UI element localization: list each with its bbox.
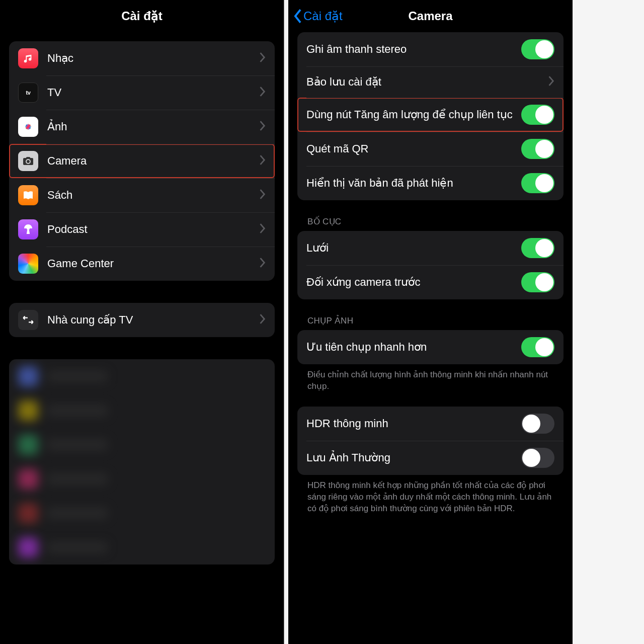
blurred-row (9, 530, 275, 565)
header-left: Cài đặt (0, 0, 284, 32)
toggle-keep-normal[interactable] (521, 448, 554, 468)
podcast-icon (18, 219, 38, 239)
toggle-livetext[interactable] (521, 173, 554, 193)
row-preserve-settings[interactable]: Bảo lưu cài đặt (297, 66, 564, 98)
section-composition: BỐ CỤC (297, 200, 564, 231)
row-label: Quét mã QR (306, 142, 516, 156)
chevron-right-icon (548, 76, 554, 88)
row-books[interactable]: Sách (9, 178, 275, 212)
row-label: HDR thông minh (306, 417, 516, 431)
camera-group-composition: Lưới Đối xứng camera trước (297, 231, 564, 299)
settings-group-tvprovider: Nhà cung cấp TV (9, 303, 275, 337)
chevron-right-icon (260, 87, 266, 99)
settings-pane: Cài đặt Nhạc tv TV (0, 0, 284, 644)
photos-icon (18, 117, 38, 137)
chevron-right-icon (260, 155, 266, 167)
music-icon (18, 48, 38, 68)
row-label: Nhạc (47, 51, 256, 65)
row-label: Lưới (306, 241, 516, 255)
blurred-row (9, 496, 275, 530)
row-stereo[interactable]: Ghi âm thanh stereo (297, 32, 564, 66)
camera-icon (18, 151, 38, 171)
row-camera[interactable]: Camera (9, 144, 275, 178)
row-mirror-front[interactable]: Đối xứng camera trước (297, 265, 564, 299)
row-music[interactable]: Nhạc (9, 41, 275, 75)
row-qr[interactable]: Quét mã QR (297, 132, 564, 166)
toggle-smart-hdr[interactable] (521, 414, 554, 434)
header-right: Cài đặt Camera (288, 0, 573, 32)
chevron-right-icon (260, 258, 266, 270)
row-livetext[interactable]: Hiển thị văn bản đã phát hiện (297, 166, 564, 200)
row-tv[interactable]: tv TV (9, 75, 275, 110)
row-tvprovider[interactable]: Nhà cung cấp TV (9, 303, 275, 337)
section-capture: CHỤP ẢNH (297, 299, 564, 330)
row-label: Ghi âm thanh stereo (306, 42, 516, 56)
row-label: Hiển thị văn bản đã phát hiện (306, 176, 516, 190)
back-label: Cài đặt (303, 9, 343, 23)
row-volume-burst[interactable]: Dùng nút Tăng âm lượng để chụp liên tục (297, 98, 564, 132)
page-title: Cài đặt (121, 9, 163, 23)
row-faster-shooting[interactable]: Ưu tiên chụp nhanh hơn (297, 330, 564, 364)
row-label: Dùng nút Tăng âm lượng để chụp liên tục (306, 108, 516, 122)
row-label: Ảnh (47, 120, 256, 134)
camera-settings-pane: Cài đặt Camera Ghi âm thanh stereo Bảo l… (288, 0, 573, 644)
blurred-row (9, 359, 275, 393)
row-label: TV (47, 86, 256, 100)
row-label: Nhà cung cấp TV (47, 313, 256, 327)
tvprovider-icon (18, 310, 38, 330)
blurred-row (9, 393, 275, 428)
row-smart-hdr[interactable]: HDR thông minh (297, 407, 564, 441)
footnote-hdr: HDR thông minh kết hợp những phần tốt nh… (297, 475, 564, 515)
toggle-faster-shooting[interactable] (521, 337, 554, 357)
row-label: Lưu Ảnh Thường (306, 451, 516, 465)
settings-group-apps: Nhạc tv TV (9, 41, 275, 281)
settings-group-blurred (9, 359, 275, 565)
row-label: Sách (47, 188, 256, 202)
blurred-row (9, 428, 275, 462)
toggle-grid[interactable] (521, 238, 554, 258)
row-label: Game Center (47, 257, 256, 271)
chevron-right-icon (260, 314, 266, 326)
camera-group-capture: Ưu tiên chụp nhanh hơn (297, 330, 564, 364)
row-label: Ưu tiên chụp nhanh hơn (306, 340, 516, 354)
books-icon (18, 185, 38, 205)
toggle-mirror-front[interactable] (521, 272, 554, 292)
row-label: Đối xứng camera trước (306, 275, 516, 289)
chevron-right-icon (260, 121, 266, 133)
row-grid[interactable]: Lưới (297, 231, 564, 265)
toggle-qr[interactable] (521, 139, 554, 159)
row-keep-normal[interactable]: Lưu Ảnh Thường (297, 441, 564, 475)
camera-group-1: Ghi âm thanh stereo Bảo lưu cài đặt Dùng… (297, 32, 564, 200)
toggle-volume-burst[interactable] (521, 105, 554, 125)
blurred-row (9, 462, 275, 496)
tv-icon: tv (18, 83, 38, 103)
row-label: Camera (47, 154, 256, 168)
row-label: Podcast (47, 222, 256, 236)
row-podcast[interactable]: Podcast (9, 212, 275, 247)
page-title: Camera (408, 9, 452, 23)
toggle-stereo[interactable] (521, 39, 554, 59)
chevron-right-icon (260, 223, 266, 235)
footnote-faster: Điều chỉnh chất lượng hình ảnh thông min… (297, 364, 564, 392)
row-label: Bảo lưu cài đặt (306, 75, 544, 89)
gamecenter-icon (18, 254, 38, 274)
chevron-right-icon (260, 189, 266, 201)
camera-group-hdr: HDR thông minh Lưu Ảnh Thường (297, 407, 564, 475)
back-button[interactable]: Cài đặt (293, 0, 343, 32)
chevron-right-icon (260, 52, 266, 64)
row-photos[interactable]: Ảnh (9, 110, 275, 144)
row-gamecenter[interactable]: Game Center (9, 247, 275, 281)
